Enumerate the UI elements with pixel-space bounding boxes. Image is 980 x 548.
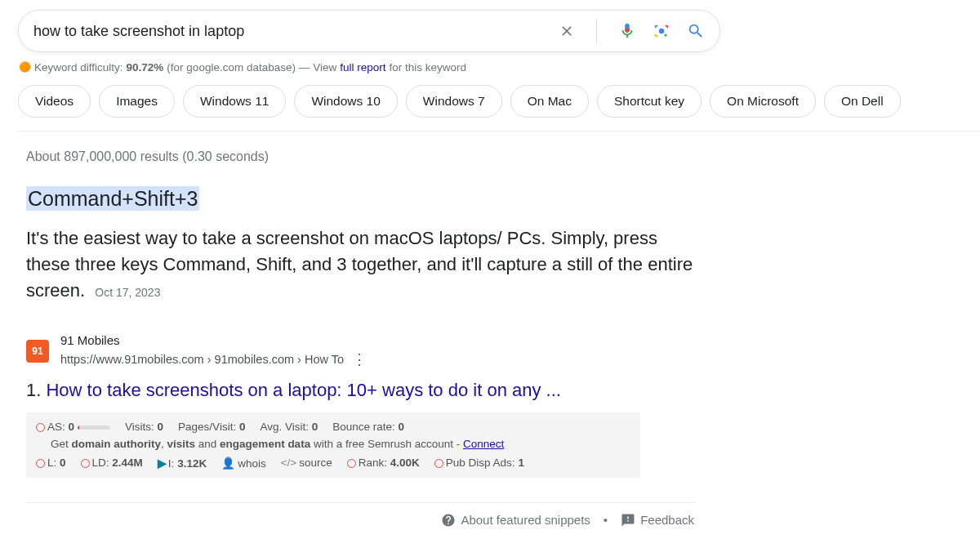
- connect-link[interactable]: Connect: [463, 438, 504, 450]
- keyword-difficulty-row: 🟠 Keyword difficulty: 90.72% (for google…: [18, 60, 960, 74]
- result-url: https://www.91mobiles.com › 91mobiles.co…: [60, 353, 344, 366]
- person-icon: 👤: [221, 457, 235, 470]
- help-icon: [441, 513, 456, 528]
- sem-rank-value: 4.00K: [390, 457, 420, 469]
- featured-snippet-body: It's the easiest way to take a screensho…: [26, 225, 696, 304]
- sem-pv-label: Pages/Visit:: [178, 421, 236, 433]
- sem-rank-label: Rank:: [359, 457, 387, 469]
- circle-icon: [81, 459, 90, 468]
- svg-point-0: [659, 29, 664, 33]
- filter-row: Videos Images Windows 11 Windows 10 Wind…: [18, 85, 980, 131]
- filter-shortcut[interactable]: Shortcut key: [597, 85, 702, 118]
- search-input[interactable]: [33, 23, 559, 40]
- lens-icon[interactable]: [653, 22, 670, 40]
- sem-av-value: 0: [312, 421, 318, 433]
- kw-view: — View: [299, 61, 336, 74]
- filter-onmicrosoft[interactable]: On Microsoft: [710, 85, 816, 118]
- semrush-icon: 🟠: [18, 60, 31, 74]
- sem-i-label: I:: [168, 457, 175, 470]
- sem-av-label: Avg. Visit:: [260, 421, 309, 433]
- featured-snippet-heading: Command+Shift+3: [26, 186, 199, 211]
- sem-pv-value: 0: [239, 421, 246, 433]
- kw-tail: for this keyword: [390, 61, 467, 74]
- result-number: 1.: [26, 380, 41, 400]
- sem-ld-label: LD:: [92, 457, 109, 469]
- sem-l-label: L:: [47, 457, 56, 469]
- about-featured-snippets-link[interactable]: About featured snippets: [441, 513, 590, 528]
- kw-label: Keyword difficulty:: [34, 61, 123, 74]
- sem-as-value: 0: [69, 421, 75, 433]
- kw-db: (for google.com database): [167, 61, 296, 74]
- mic-icon[interactable]: [618, 22, 636, 40]
- bing-icon: ▶: [158, 457, 167, 470]
- circle-icon: [347, 459, 356, 468]
- sem-prompt: Get domain authority, visits and engagem…: [51, 438, 630, 450]
- kw-value: 90.72%: [127, 61, 164, 74]
- svg-point-1: [664, 33, 666, 36]
- whois-link[interactable]: 👤whois: [221, 457, 266, 470]
- sem-as-label: AS:: [47, 421, 65, 433]
- circle-icon: [434, 459, 443, 468]
- kw-full-report-link[interactable]: full report: [340, 61, 385, 74]
- result-favicon: 91: [26, 340, 49, 363]
- filter-images[interactable]: Images: [99, 85, 175, 118]
- result-title-link[interactable]: How to take screenshots on a laptop: 10+…: [46, 380, 560, 400]
- separator: [596, 19, 597, 43]
- as-bar-icon: [78, 425, 110, 430]
- sem-l-value: 0: [60, 457, 66, 469]
- code-icon: </>: [281, 457, 297, 469]
- filter-ondell[interactable]: On Dell: [824, 85, 901, 118]
- filter-windows10[interactable]: Windows 10: [294, 85, 397, 118]
- sem-visits-label: Visits:: [125, 421, 154, 433]
- feedback-link[interactable]: Feedback: [621, 513, 694, 528]
- sem-i-value: 3.12K: [177, 457, 207, 470]
- result-stats: About 897,000,000 results (0.30 seconds): [26, 149, 960, 164]
- search-icon[interactable]: [687, 22, 705, 40]
- sem-br-value: 0: [399, 421, 405, 433]
- divider-dot: •: [604, 513, 608, 527]
- filter-windows7[interactable]: Windows 7: [406, 85, 502, 118]
- sem-ads-label: Pub Disp Ads:: [446, 457, 515, 469]
- sem-visits-value: 0: [158, 421, 164, 433]
- filter-onmac[interactable]: On Mac: [510, 85, 589, 118]
- clear-icon[interactable]: [559, 23, 575, 39]
- search-bar: [18, 10, 720, 52]
- sem-ads-value: 1: [518, 457, 524, 469]
- filter-windows11[interactable]: Windows 11: [183, 85, 286, 118]
- circle-icon: [36, 423, 45, 432]
- feedback-icon: [621, 513, 635, 528]
- sem-ld-value: 2.44M: [112, 457, 143, 469]
- result-source-name: 91 Mobiles: [60, 333, 368, 347]
- featured-date: Oct 17, 2023: [95, 286, 160, 299]
- sem-br-label: Bounce rate:: [332, 421, 395, 433]
- circle-icon: [36, 459, 45, 468]
- semrush-panel: AS: 0 Visits: 0 Pages/Visit: 0 Avg. Visi…: [26, 412, 640, 478]
- more-icon[interactable]: ⋮: [350, 349, 368, 370]
- source-link[interactable]: </>source: [281, 457, 332, 469]
- filter-videos[interactable]: Videos: [18, 85, 91, 118]
